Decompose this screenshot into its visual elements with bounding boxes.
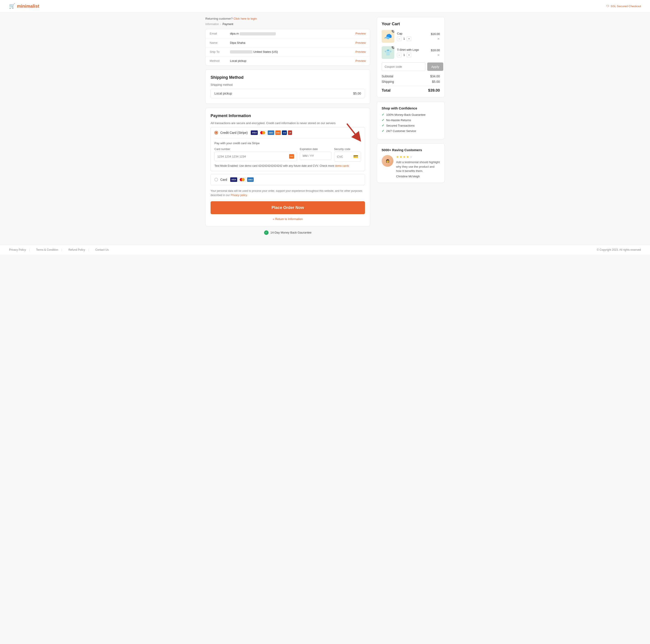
cart-item-price-tshirt: $18.00 <box>431 48 440 52</box>
card-label: Card <box>220 178 227 181</box>
footer-privacy-link[interactable]: Privacy Policy <box>9 248 30 251</box>
star-1: ★ <box>396 155 399 159</box>
cart-item-right-cap: $16.00 ✕ <box>431 32 440 41</box>
shipping-label: Shipping method <box>211 83 365 86</box>
check-icon-4: ✓ <box>382 129 384 133</box>
card-radio[interactable] <box>214 178 218 181</box>
star-5: ★ <box>410 155 412 159</box>
footer-contact-link[interactable]: Contact Us <box>95 248 109 251</box>
qty-controls-cap: - 1 + <box>397 37 428 41</box>
card-visa-logo: VISA <box>230 177 237 182</box>
name-label: Name <box>206 38 226 47</box>
payment-subtitle: All transactions are secure and encrypte… <box>211 121 365 125</box>
testimonial-text: Add a testimonial should highlight why t… <box>396 160 440 173</box>
qty-decrease-cap[interactable]: - <box>397 37 401 41</box>
stripe-payment-option[interactable]: Credit Card (Stripe) VISA AMEX DISC JCB <box>211 127 365 171</box>
qty-controls-tshirt: - 1 + <box>397 53 428 57</box>
star-rating: ★ ★ ★ ★ ★ <box>396 155 440 159</box>
testimonial-box: 5000+ Raving Customers 👩 ★ ★ ★ ★ ★ Add a… <box>377 143 445 183</box>
page-container: Returning customer? Click here to login … <box>201 12 449 240</box>
shipping-section: Shipping Method Shipping method Local pi… <box>205 70 370 104</box>
shipping-row-cart: Shipping $5.00 <box>382 80 440 83</box>
star-4: ★ <box>406 155 409 159</box>
total-label: Total <box>382 88 391 93</box>
check-icon-3: ✓ <box>382 124 384 127</box>
shield-icon: 🛡 <box>606 4 609 8</box>
expiry-input[interactable] <box>303 154 328 157</box>
breadcrumb-current: Payment <box>222 23 233 26</box>
card-input-icon: DISC <box>289 154 294 159</box>
info-card: Email dipa.m Preview Name Dipa Shaha Pre… <box>205 29 370 66</box>
table-row: Method Local pickup Preview <box>206 56 370 66</box>
card-number-input-wrapper[interactable]: DISC <box>214 152 297 161</box>
testimonial-title: 5000+ Raving Customers <box>382 148 440 152</box>
login-link[interactable]: Click here to login <box>233 17 257 20</box>
footer: Privacy Policy Terms & Condition Refund … <box>0 245 650 255</box>
footer-terms-link[interactable]: Terms & Condition <box>36 248 62 251</box>
cart-item-badge: 1 <box>392 30 394 33</box>
place-order-button[interactable]: Place Order Now <box>211 201 365 214</box>
cart-item-tshirt: 👕 1 T-Shirt with Logo - 1 + $18.00 ✕ <box>382 46 440 59</box>
card-number-input[interactable] <box>217 155 289 158</box>
cvv-icon: 💳 <box>353 154 358 159</box>
cvv-input[interactable] <box>337 155 353 158</box>
shipping-method-price: $5.00 <box>353 91 361 95</box>
footer-links: Privacy Policy Terms & Condition Refund … <box>9 248 109 251</box>
qty-value-cap: 1 <box>403 37 405 40</box>
privacy-policy-link[interactable]: Privacy policy. <box>231 194 248 197</box>
cart-box: Your Cart 🧢 1 Cap - 1 + $16.00 <box>377 17 445 98</box>
payment-title: Payment Information <box>211 114 365 118</box>
stripe-radio[interactable] <box>214 131 218 135</box>
demo-cards-link[interactable]: demo cards <box>335 164 349 167</box>
card-amex-logo: AMEX <box>247 177 253 182</box>
email-preview[interactable]: Preview <box>334 29 370 38</box>
card-number-field: Card number DISC <box>214 148 297 161</box>
shipto-preview[interactable]: Preview <box>334 47 370 56</box>
card-payment-option[interactable]: Card VISA AMEX <box>211 174 365 185</box>
qty-increase-tshirt[interactable]: + <box>407 53 411 57</box>
cart-title: Your Cart <box>382 22 440 27</box>
confidence-item-3: ✓ Secured Transactions <box>382 124 440 127</box>
confidence-title: Shop with Confidence <box>382 106 440 110</box>
avatar-image: 👩 <box>382 155 393 167</box>
star-3: ★ <box>403 155 406 159</box>
cvv-input-wrapper[interactable]: 💳 <box>334 152 361 161</box>
amex-logo: AMEX <box>268 130 274 135</box>
apply-coupon-button[interactable]: Apply <box>427 63 443 71</box>
stripe-option-header: Credit Card (Stripe) VISA AMEX DISC JCB <box>214 130 361 135</box>
breadcrumb-parent[interactable]: Information <box>205 23 219 26</box>
remove-tshirt-button[interactable]: ✕ <box>437 53 440 57</box>
cart-item-details-tshirt: T-Shirt with Logo - 1 + <box>397 48 428 57</box>
guarantee-label: 14-Day Money Back Gaurantee <box>270 231 312 234</box>
remove-cap-button[interactable]: ✕ <box>437 37 440 41</box>
footer-refund-link[interactable]: Refund Policy <box>68 248 89 251</box>
card-logos: VISA AMEX DISC JCB UP <box>251 130 292 135</box>
return-to-info-link[interactable]: « Return to Information <box>211 217 365 221</box>
check-icon-1: ✓ <box>382 113 384 116</box>
cart-item-name-cap: Cap <box>397 32 428 35</box>
info-table: Email dipa.m Preview Name Dipa Shaha Pre… <box>206 29 370 65</box>
name-preview[interactable]: Preview <box>334 38 370 47</box>
cart-item-badge-tshirt: 1 <box>392 46 394 49</box>
expiry-input-wrapper[interactable] <box>300 152 331 160</box>
main-content: Returning customer? Click here to login … <box>205 17 370 236</box>
table-row: Name Dipa Shaha Preview <box>206 38 370 47</box>
qty-decrease-tshirt[interactable]: - <box>397 53 401 57</box>
visa-logo: VISA <box>251 130 258 135</box>
cvv-label: Security code <box>334 148 361 151</box>
cart-item-image-cap: 🧢 1 <box>382 30 394 43</box>
money-back-bar: ✓ 14-Day Money Back Gaurantee <box>205 230 370 235</box>
total-value: $39.00 <box>428 88 440 93</box>
shipping-label-cart: Shipping <box>382 80 394 83</box>
footer-copyright: © Copyright 2023. All rights reserved <box>597 248 641 251</box>
method-preview[interactable]: Preview <box>334 56 370 66</box>
table-row: Ship To United States (US) Preview <box>206 47 370 56</box>
table-row: Email dipa.m Preview <box>206 29 370 38</box>
subtotal-row: Subtotal $34.00 <box>382 74 440 78</box>
coupon-input[interactable] <box>382 63 426 71</box>
qty-increase-cap[interactable]: + <box>407 37 411 41</box>
cart-item-image-tshirt: 👕 1 <box>382 46 394 59</box>
logo: 🛒 minimalist <box>9 3 39 9</box>
cart-item-name-tshirt: T-Shirt with Logo <box>397 48 428 51</box>
card-number-row: Card number DISC Expiration date <box>214 148 361 161</box>
